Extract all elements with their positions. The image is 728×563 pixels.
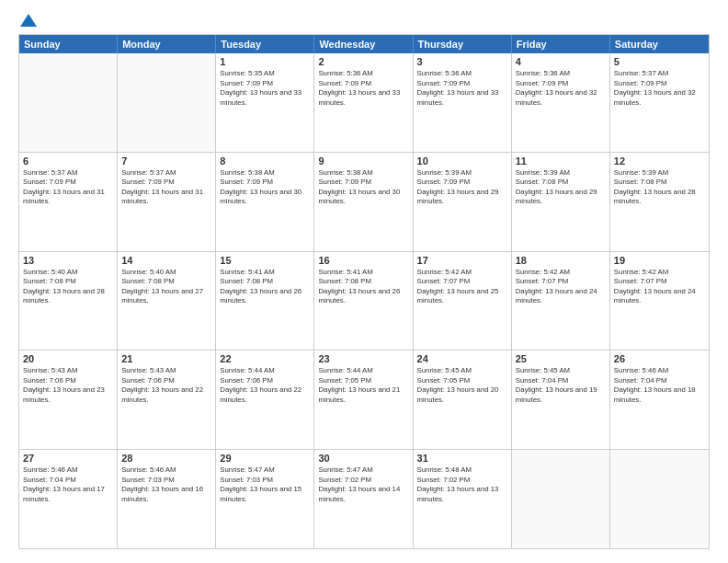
- day-info: Sunrise: 5:42 AM Sunset: 7:07 PM Dayligh…: [516, 268, 606, 306]
- calendar-day-25: 25Sunrise: 5:45 AM Sunset: 7:04 PM Dayli…: [512, 350, 610, 449]
- calendar-day-30: 30Sunrise: 5:47 AM Sunset: 7:02 PM Dayli…: [314, 450, 413, 548]
- calendar-day-31: 31Sunrise: 5:48 AM Sunset: 7:02 PM Dayli…: [414, 450, 512, 548]
- header-day-wednesday: Wednesday: [314, 35, 413, 53]
- day-info: Sunrise: 5:46 AM Sunset: 7:04 PM Dayligh…: [23, 465, 113, 504]
- calendar-day-13: 13Sunrise: 5:40 AM Sunset: 7:08 PM Dayli…: [19, 252, 118, 350]
- day-number: 21: [121, 353, 211, 364]
- day-info: Sunrise: 5:41 AM Sunset: 7:08 PM Dayligh…: [318, 268, 408, 306]
- calendar-row-3: 13Sunrise: 5:40 AM Sunset: 7:08 PM Dayli…: [19, 252, 709, 351]
- calendar-empty-cell: [610, 450, 709, 548]
- day-info: Sunrise: 5:44 AM Sunset: 7:06 PM Dayligh…: [220, 366, 310, 405]
- day-number: 24: [417, 353, 507, 364]
- calendar-day-28: 28Sunrise: 5:46 AM Sunset: 7:03 PM Dayli…: [118, 450, 216, 548]
- calendar-row-1: 1Sunrise: 5:35 AM Sunset: 7:09 PM Daylig…: [19, 53, 709, 153]
- day-info: Sunrise: 5:35 AM Sunset: 7:09 PM Dayligh…: [220, 69, 310, 108]
- calendar-day-26: 26Sunrise: 5:46 AM Sunset: 7:04 PM Dayli…: [610, 350, 709, 449]
- calendar-day-16: 16Sunrise: 5:41 AM Sunset: 7:08 PM Dayli…: [314, 252, 413, 350]
- day-number: 30: [318, 453, 408, 464]
- day-info: Sunrise: 5:38 AM Sunset: 7:09 PM Dayligh…: [220, 168, 310, 207]
- calendar-day-14: 14Sunrise: 5:40 AM Sunset: 7:08 PM Dayli…: [118, 252, 216, 350]
- day-number: 14: [121, 255, 211, 266]
- calendar-empty-cell: [19, 53, 118, 152]
- day-number: 1: [220, 56, 310, 67]
- day-number: 2: [318, 56, 408, 67]
- calendar-day-18: 18Sunrise: 5:42 AM Sunset: 7:07 PM Dayli…: [512, 252, 610, 350]
- day-number: 27: [23, 453, 113, 464]
- calendar-day-23: 23Sunrise: 5:44 AM Sunset: 7:05 PM Dayli…: [314, 350, 413, 449]
- header: [18, 14, 710, 25]
- day-number: 5: [614, 56, 705, 67]
- day-info: Sunrise: 5:47 AM Sunset: 7:03 PM Dayligh…: [220, 465, 310, 504]
- day-number: 6: [23, 155, 113, 167]
- day-info: Sunrise: 5:42 AM Sunset: 7:07 PM Dayligh…: [614, 268, 705, 306]
- day-info: Sunrise: 5:47 AM Sunset: 7:02 PM Dayligh…: [318, 465, 408, 504]
- day-info: Sunrise: 5:40 AM Sunset: 7:08 PM Dayligh…: [121, 268, 211, 306]
- calendar-day-21: 21Sunrise: 5:43 AM Sunset: 7:06 PM Dayli…: [118, 350, 216, 449]
- calendar-day-7: 7Sunrise: 5:37 AM Sunset: 7:09 PM Daylig…: [118, 153, 216, 251]
- day-number: 9: [318, 155, 408, 167]
- day-info: Sunrise: 5:41 AM Sunset: 7:08 PM Dayligh…: [220, 268, 310, 306]
- day-number: 7: [121, 155, 211, 167]
- calendar-day-8: 8Sunrise: 5:38 AM Sunset: 7:09 PM Daylig…: [216, 153, 314, 251]
- day-info: Sunrise: 5:37 AM Sunset: 7:09 PM Dayligh…: [614, 69, 705, 108]
- calendar-day-17: 17Sunrise: 5:42 AM Sunset: 7:07 PM Dayli…: [414, 252, 512, 350]
- calendar-day-29: 29Sunrise: 5:47 AM Sunset: 7:03 PM Dayli…: [216, 450, 314, 548]
- day-info: Sunrise: 5:48 AM Sunset: 7:02 PM Dayligh…: [417, 465, 507, 504]
- day-info: Sunrise: 5:46 AM Sunset: 7:03 PM Dayligh…: [121, 465, 211, 504]
- page: SundayMondayTuesdayWednesdayThursdayFrid…: [0, 0, 728, 563]
- day-number: 23: [318, 353, 408, 364]
- calendar: SundayMondayTuesdayWednesdayThursdayFrid…: [18, 34, 710, 549]
- day-number: 10: [417, 155, 507, 167]
- header-day-sunday: Sunday: [19, 35, 118, 53]
- calendar-day-10: 10Sunrise: 5:39 AM Sunset: 7:09 PM Dayli…: [414, 153, 512, 251]
- calendar-empty-cell: [512, 450, 610, 548]
- calendar-day-22: 22Sunrise: 5:44 AM Sunset: 7:06 PM Dayli…: [216, 350, 314, 449]
- day-info: Sunrise: 5:46 AM Sunset: 7:04 PM Dayligh…: [614, 366, 705, 405]
- day-info: Sunrise: 5:37 AM Sunset: 7:09 PM Dayligh…: [121, 168, 211, 207]
- calendar-day-4: 4Sunrise: 5:36 AM Sunset: 7:09 PM Daylig…: [512, 53, 610, 152]
- day-number: 25: [516, 353, 606, 364]
- calendar-day-24: 24Sunrise: 5:45 AM Sunset: 7:05 PM Dayli…: [414, 350, 512, 449]
- header-day-monday: Monday: [118, 35, 216, 53]
- calendar-day-3: 3Sunrise: 5:36 AM Sunset: 7:09 PM Daylig…: [414, 53, 512, 152]
- day-number: 18: [516, 255, 606, 266]
- calendar-day-15: 15Sunrise: 5:41 AM Sunset: 7:08 PM Dayli…: [216, 252, 314, 350]
- day-number: 19: [614, 255, 705, 266]
- day-info: Sunrise: 5:45 AM Sunset: 7:04 PM Dayligh…: [516, 366, 606, 405]
- calendar-empty-cell: [118, 53, 216, 152]
- header-day-saturday: Saturday: [610, 35, 709, 53]
- day-number: 28: [121, 453, 211, 464]
- logo-icon: [20, 14, 37, 27]
- day-info: Sunrise: 5:40 AM Sunset: 7:08 PM Dayligh…: [23, 268, 113, 306]
- day-info: Sunrise: 5:39 AM Sunset: 7:08 PM Dayligh…: [516, 168, 606, 207]
- day-number: 15: [220, 255, 310, 266]
- day-number: 8: [220, 155, 310, 167]
- calendar-day-19: 19Sunrise: 5:42 AM Sunset: 7:07 PM Dayli…: [610, 252, 709, 350]
- header-day-thursday: Thursday: [414, 35, 512, 53]
- svg-marker-0: [20, 14, 37, 27]
- calendar-row-5: 27Sunrise: 5:46 AM Sunset: 7:04 PM Dayli…: [19, 450, 709, 548]
- day-info: Sunrise: 5:36 AM Sunset: 7:09 PM Dayligh…: [318, 69, 408, 108]
- day-number: 3: [417, 56, 507, 67]
- day-info: Sunrise: 5:43 AM Sunset: 7:06 PM Dayligh…: [121, 366, 211, 405]
- day-info: Sunrise: 5:36 AM Sunset: 7:09 PM Dayligh…: [417, 69, 507, 108]
- day-number: 13: [23, 255, 113, 266]
- day-info: Sunrise: 5:36 AM Sunset: 7:09 PM Dayligh…: [516, 69, 606, 108]
- day-number: 4: [516, 56, 606, 67]
- logo: [18, 14, 37, 25]
- day-info: Sunrise: 5:38 AM Sunset: 7:09 PM Dayligh…: [318, 168, 408, 207]
- calendar-header: SundayMondayTuesdayWednesdayThursdayFrid…: [19, 35, 709, 53]
- header-day-friday: Friday: [512, 35, 610, 53]
- day-info: Sunrise: 5:43 AM Sunset: 7:06 PM Dayligh…: [23, 366, 113, 405]
- calendar-day-27: 27Sunrise: 5:46 AM Sunset: 7:04 PM Dayli…: [19, 450, 118, 548]
- day-info: Sunrise: 5:44 AM Sunset: 7:05 PM Dayligh…: [318, 366, 408, 405]
- calendar-day-9: 9Sunrise: 5:38 AM Sunset: 7:09 PM Daylig…: [314, 153, 413, 251]
- day-info: Sunrise: 5:37 AM Sunset: 7:09 PM Dayligh…: [23, 168, 113, 207]
- calendar-day-20: 20Sunrise: 5:43 AM Sunset: 7:06 PM Dayli…: [19, 350, 118, 449]
- day-number: 11: [516, 155, 606, 167]
- calendar-day-2: 2Sunrise: 5:36 AM Sunset: 7:09 PM Daylig…: [314, 53, 413, 152]
- calendar-day-11: 11Sunrise: 5:39 AM Sunset: 7:08 PM Dayli…: [512, 153, 610, 251]
- calendar-day-6: 6Sunrise: 5:37 AM Sunset: 7:09 PM Daylig…: [19, 153, 118, 251]
- day-info: Sunrise: 5:42 AM Sunset: 7:07 PM Dayligh…: [417, 268, 507, 306]
- calendar-day-1: 1Sunrise: 5:35 AM Sunset: 7:09 PM Daylig…: [216, 53, 314, 152]
